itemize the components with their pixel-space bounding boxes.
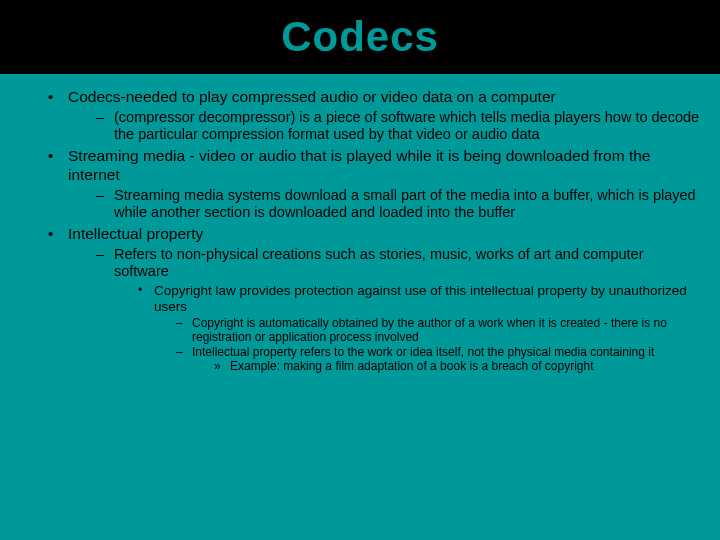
bullet-text: Refers to non-physical creations such as… xyxy=(114,246,643,279)
list-item: Example: making a film adaptation of a b… xyxy=(214,360,700,374)
bullet-codecs: Codecs-needed to play compressed audio o… xyxy=(48,88,700,143)
list-item: Copyright is automatically obtained by t… xyxy=(176,317,700,345)
slide-content: Codecs-needed to play compressed audio o… xyxy=(0,74,720,388)
list-item: Copyright law provides protection agains… xyxy=(138,283,700,375)
bullet-ip: Intellectual property Refers to non-phys… xyxy=(48,225,700,374)
title-band: Codecs xyxy=(0,0,720,74)
list-item: Intellectual property refers to the work… xyxy=(176,346,700,375)
bullet-text: Streaming media systems download a small… xyxy=(114,187,696,220)
bullet-text: (compressor decompressor) is a piece of … xyxy=(114,109,699,142)
bullet-text: Streaming media - video or audio that is… xyxy=(68,147,650,183)
bullet-streaming: Streaming media - video or audio that is… xyxy=(48,147,700,221)
bullet-text: Intellectual property xyxy=(68,225,203,242)
bullet-text: Codecs-needed to play compressed audio o… xyxy=(68,88,556,105)
bullet-text: Intellectual property refers to the work… xyxy=(192,345,654,359)
slide-title: Codecs xyxy=(281,13,439,61)
bullet-text: Copyright law provides protection agains… xyxy=(154,283,687,314)
list-item: Refers to non-physical creations such as… xyxy=(96,246,700,374)
list-item: (compressor decompressor) is a piece of … xyxy=(96,109,700,144)
bullet-text: Copyright is automatically obtained by t… xyxy=(192,316,667,344)
list-item: Streaming media systems download a small… xyxy=(96,187,700,222)
bullet-text: Example: making a film adaptation of a b… xyxy=(230,359,594,373)
